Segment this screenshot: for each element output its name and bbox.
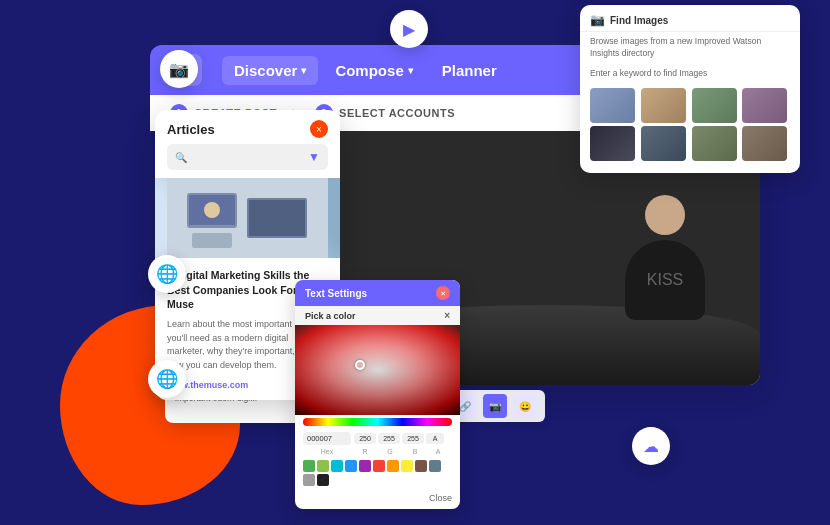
image-thumb-2[interactable] xyxy=(641,88,686,123)
images-panel-icon: 📷 xyxy=(590,13,605,27)
cloud-icon[interactable]: ☁ xyxy=(632,427,670,465)
pick-color-close[interactable]: × xyxy=(444,310,450,321)
gradient-overlay xyxy=(295,325,460,415)
images-panel-header: 📷 Find Images xyxy=(580,5,800,32)
color-close-button-row: Close xyxy=(295,489,460,509)
nav-item-discover[interactable]: Discover ▾ xyxy=(222,56,318,85)
swatch-blue[interactable] xyxy=(345,460,357,472)
text-settings-header: Text Settings × xyxy=(295,280,460,306)
swatch-grey[interactable] xyxy=(303,474,315,486)
dropdown-arrow-icon: ▼ xyxy=(308,150,320,164)
color-labels-row: Hex R G B A xyxy=(295,448,460,457)
image-thumb-8[interactable] xyxy=(742,126,787,161)
image-thumb-1[interactable] xyxy=(590,88,635,123)
hex-label: Hex xyxy=(303,448,351,455)
text-settings-title: Text Settings xyxy=(305,288,367,299)
swatch-blue-grey[interactable] xyxy=(429,460,441,472)
pick-color-header: Pick a color × xyxy=(295,306,460,325)
r-label: R xyxy=(354,448,376,455)
image-thumb-5[interactable] xyxy=(590,126,635,161)
article-image-inner xyxy=(155,178,340,258)
format-image-button[interactable]: 📷 xyxy=(483,394,507,418)
g-label: G xyxy=(379,448,401,455)
image-thumb-3[interactable] xyxy=(692,88,737,123)
a-label: A xyxy=(429,448,447,455)
image-thumb-4[interactable] xyxy=(742,88,787,123)
person-torso: KISS xyxy=(625,240,705,320)
article-image xyxy=(155,178,340,258)
image-thumb-7[interactable] xyxy=(692,126,737,161)
images-panel: 📷 Find Images Browse images from a new I… xyxy=(580,5,800,173)
b-label: B xyxy=(404,448,426,455)
articles-search-bar[interactable]: 🔍 ▼ xyxy=(167,144,328,170)
search-icon: 🔍 xyxy=(175,152,187,163)
color-cursor xyxy=(355,360,365,370)
color-close-button[interactable]: Close xyxy=(429,493,452,503)
images-panel-note2: Enter a keyword to find Images xyxy=(580,64,800,84)
swatch-brown[interactable] xyxy=(415,460,427,472)
person-figure: KISS xyxy=(600,195,730,345)
article-image-svg xyxy=(167,178,328,258)
articles-header: Articles × xyxy=(155,110,340,144)
rgb-g-input[interactable]: 255 xyxy=(378,433,400,444)
step-2-label: SELECT ACCOUNTS xyxy=(339,107,455,119)
swatch-orange[interactable] xyxy=(387,460,399,472)
person-head xyxy=(645,195,685,235)
swatch-purple[interactable] xyxy=(359,460,371,472)
hex-input[interactable]: 000007 xyxy=(303,432,351,445)
svg-rect-6 xyxy=(192,233,232,248)
svg-point-3 xyxy=(204,202,220,218)
alpha-input[interactable]: A xyxy=(426,433,444,444)
text-settings-close-button[interactable]: × xyxy=(436,286,450,300)
globe-icon-top[interactable]: 🌐 xyxy=(148,255,186,293)
nav-item-compose[interactable]: Compose ▾ xyxy=(323,56,424,85)
swatch-light-green[interactable] xyxy=(317,460,329,472)
swatch-black[interactable] xyxy=(317,474,329,486)
color-inputs-row: 000007 250 255 255 A xyxy=(295,429,460,448)
swatch-red[interactable] xyxy=(373,460,385,472)
images-panel-note1: Browse images from a new Improved Watson… xyxy=(580,32,800,64)
images-panel-title: Find Images xyxy=(610,15,668,26)
image-thumb-6[interactable] xyxy=(641,126,686,161)
articles-close-button[interactable]: × xyxy=(310,120,328,138)
color-gradient-picker[interactable] xyxy=(295,325,460,415)
globe-icon-bottom[interactable]: 🌐 xyxy=(148,360,186,398)
image-icon-float[interactable]: 📷 xyxy=(160,50,198,88)
nav-items-container: Discover ▾ Compose ▾ Planner xyxy=(222,56,509,85)
format-emoji-button[interactable]: 😀 xyxy=(513,394,537,418)
articles-title: Articles xyxy=(167,122,215,137)
color-swatches-row xyxy=(295,457,460,489)
pick-color-label: Pick a color xyxy=(305,311,356,321)
rgb-inputs: 250 255 255 A xyxy=(354,433,444,444)
rgb-b-input[interactable]: 255 xyxy=(402,433,424,444)
svg-rect-5 xyxy=(249,200,305,236)
play-icon[interactable]: ▶ xyxy=(390,10,428,48)
swatch-yellow[interactable] xyxy=(401,460,413,472)
nav-item-planner[interactable]: Planner xyxy=(430,56,509,85)
images-grid xyxy=(580,84,800,165)
swatch-cyan[interactable] xyxy=(331,460,343,472)
color-hue-slider[interactable] xyxy=(303,418,452,426)
rgb-r-input[interactable]: 250 xyxy=(354,433,376,444)
swatch-green[interactable] xyxy=(303,460,315,472)
text-settings-panel: Text Settings × Pick a color × 000007 25… xyxy=(295,280,460,509)
